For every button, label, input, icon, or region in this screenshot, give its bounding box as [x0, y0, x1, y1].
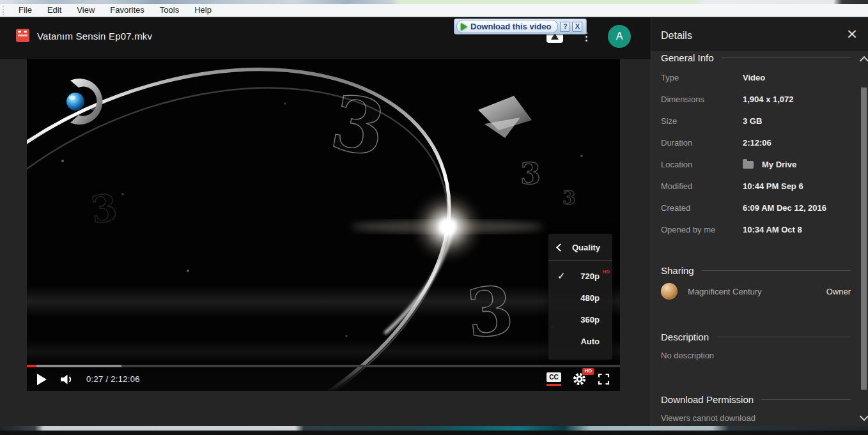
fullscreen-icon — [598, 373, 610, 385]
svg-text:3: 3 — [520, 156, 541, 191]
svg-text:3: 3 — [463, 270, 517, 353]
details-scrollbar[interactable] — [860, 56, 867, 425]
scrollbar-thumb[interactable] — [861, 88, 867, 390]
quality-option-480p[interactable]: 480p — [548, 287, 612, 309]
quality-option-auto[interactable]: Auto — [548, 330, 612, 352]
details-title: Details — [661, 30, 692, 42]
menu-favorites[interactable]: Favorites — [102, 4, 151, 17]
row-opened-by-me: Opened by me 10:34 AM Oct 8 — [661, 225, 851, 234]
captions-button[interactable]: CC — [546, 372, 561, 386]
download-video-button[interactable]: Download this video — [456, 20, 558, 33]
row-type: Type Video — [661, 73, 851, 82]
download-plugin-overlay: Download this video ? X — [454, 19, 587, 34]
drive-preview-app: Vatanım Sensin Ep07.mkv A Download this … — [0, 17, 868, 431]
quality-option-720p[interactable]: ✓ 720p HD — [548, 265, 612, 287]
video-frame-art: 3 3 3 3 3 — [27, 59, 620, 391]
menu-help[interactable]: Help — [187, 4, 219, 17]
general-info-rows: Type Video Dimensions 1,904 x 1,072 Size… — [661, 73, 851, 234]
location-link[interactable]: My Drive — [762, 160, 796, 169]
quality-menu: Quality ✓ 720p HD 480p 360p Auto — [548, 234, 612, 360]
scroll-up-icon[interactable] — [860, 56, 868, 65]
details-header: Details × — [651, 17, 868, 51]
row-modified: Modified 10:44 PM Sep 6 — [661, 182, 851, 190]
time-display: 0:27 / 2:12:06 — [86, 374, 140, 384]
row-size: Size 3 GB — [661, 117, 851, 125]
quality-option-360p[interactable]: 360p — [548, 309, 612, 330]
check-icon: ✓ — [557, 270, 566, 282]
download-permission-heading: Download Permission — [661, 394, 851, 405]
file-title: Vatanım Sensin Ep07.mkv — [37, 31, 152, 42]
chevron-left-icon — [556, 243, 564, 252]
player-controls: 0:27 / 2:12:06 CC HD — [27, 367, 620, 391]
general-info-heading: General Info — [661, 52, 851, 63]
menu-edit[interactable]: Edit — [40, 4, 69, 17]
row-location: Location My Drive — [661, 160, 851, 169]
owner-name: Magnificent Century — [688, 287, 826, 296]
video-file-icon — [16, 29, 29, 42]
description-text: No description — [661, 351, 851, 360]
play-button[interactable] — [37, 374, 47, 385]
overlay-help-button[interactable]: ? — [560, 22, 570, 32]
details-content: General Info Type Video Dimensions 1,904… — [651, 51, 868, 431]
download-permission-text: Viewers cannot download — [661, 413, 851, 423]
account-avatar[interactable]: A — [608, 25, 631, 48]
row-dimensions: Dimensions 1,904 x 1,072 — [661, 95, 851, 103]
settings-button[interactable]: HD — [573, 372, 586, 386]
volume-button[interactable] — [59, 373, 74, 386]
browser-menubar: File Edit View Favorites Tools Help — [0, 4, 868, 17]
owner-role-badge: Owner — [826, 287, 851, 296]
green-play-icon — [461, 23, 467, 31]
hd-quality-badge: HD — [582, 368, 594, 375]
captions-active-underline — [546, 384, 561, 386]
quality-menu-back[interactable]: Quality — [548, 234, 612, 261]
menu-tools[interactable]: Tools — [152, 4, 187, 17]
owner-row: Magnificent Century Owner — [661, 283, 851, 300]
overlay-close-button[interactable]: X — [572, 22, 582, 32]
row-created: Created 6:09 AM Dec 12, 2016 — [661, 204, 851, 212]
fullscreen-button[interactable] — [598, 373, 610, 385]
menu-file[interactable]: File — [11, 4, 40, 17]
description-heading: Description — [661, 332, 851, 342]
speaker-icon — [59, 373, 74, 386]
taskbar-sliver — [0, 426, 868, 431]
folder-icon — [743, 161, 754, 169]
close-icon[interactable]: × — [844, 26, 860, 42]
menubar-grip — [3, 6, 6, 15]
scroll-down-icon[interactable] — [860, 412, 868, 421]
owner-avatar — [661, 283, 678, 300]
menu-view[interactable]: View — [69, 4, 102, 17]
svg-text:3: 3 — [562, 187, 576, 209]
details-panel: Details × General Info Type Video Dimens… — [651, 17, 868, 431]
row-duration: Duration 2:12:06 — [661, 139, 851, 147]
hd-label: HD — [602, 269, 610, 275]
video-player[interactable]: 3 3 3 3 3 — [27, 59, 620, 391]
sharing-heading: Sharing — [661, 265, 851, 276]
